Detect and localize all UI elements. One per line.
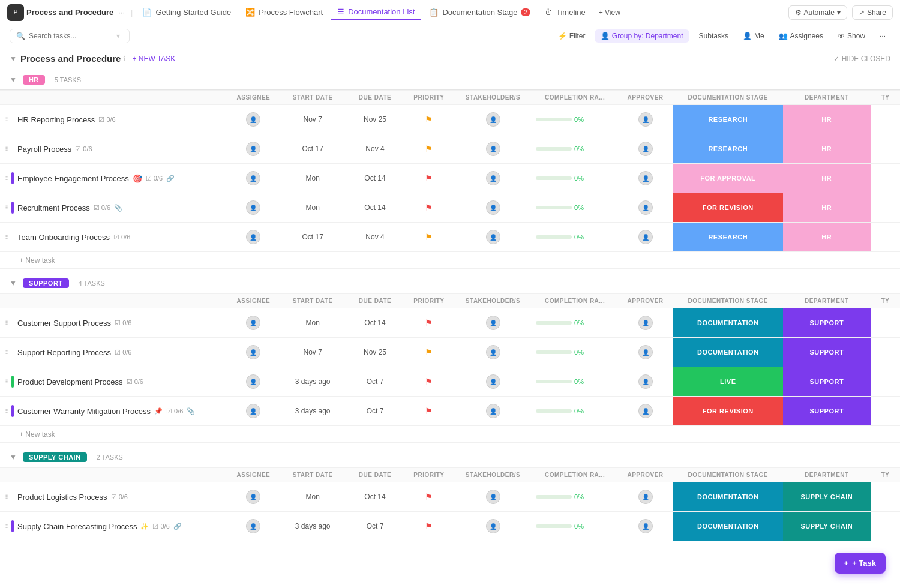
approver-avatar[interactable]: 👤 <box>638 200 653 215</box>
approver-avatar[interactable]: 👤 <box>638 519 653 533</box>
task-name[interactable]: Employee Engagement Process <box>17 174 129 183</box>
task-name[interactable]: Customer Warranty Mitigation Process <box>17 407 151 416</box>
stakeholder-avatar[interactable]: 👤 <box>486 490 500 504</box>
avatar[interactable]: 👤 <box>246 112 260 127</box>
stakeholder-avatar[interactable]: 👤 <box>486 200 500 215</box>
doc-stage-cell[interactable]: RESEARCH <box>673 223 782 251</box>
approver-avatar[interactable]: 👤 <box>638 112 653 127</box>
dept-cell[interactable]: SUPPLY CHAIN <box>783 482 871 511</box>
show-button[interactable]: 👁 Show <box>833 29 870 43</box>
automate-button[interactable]: ⚙ Automate ▾ <box>788 5 847 20</box>
doc-stage-cell[interactable]: FOR APPROVAL <box>673 164 782 193</box>
task-name[interactable]: Payroll Process <box>17 145 71 154</box>
more-toolbar-icon[interactable]: ··· <box>875 29 890 43</box>
task-name[interactable]: HR Reporting Process <box>17 115 95 124</box>
task-name[interactable]: Support Reporting Process <box>17 348 111 357</box>
doc-stage-cell[interactable]: RESEARCH <box>673 105 782 134</box>
doc-stage-cell[interactable]: FOR REVISION <box>673 193 782 222</box>
approver-avatar[interactable]: 👤 <box>638 345 653 359</box>
group-hr-header-row[interactable]: ▼ HR 5 TASKS <box>0 70 900 91</box>
stakeholder-avatar[interactable]: 👤 <box>486 345 500 359</box>
dept-cell[interactable]: HR <box>783 134 871 163</box>
search-input[interactable] <box>29 32 113 40</box>
group-collapse-icon[interactable]: ▼ <box>10 453 17 461</box>
group-by-button[interactable]: 👤 Group by: Department <box>595 29 689 43</box>
dept-cell[interactable]: SUPPORT <box>783 338 871 367</box>
group-collapse-icon[interactable]: ▼ <box>10 76 17 84</box>
avatar[interactable]: 👤 <box>246 345 260 359</box>
drag-handle[interactable]: ⠿ <box>5 234 8 241</box>
drag-handle[interactable]: ⠿ <box>5 175 8 182</box>
approver-avatar[interactable]: 👤 <box>638 404 653 418</box>
drag-handle[interactable]: ⠿ <box>5 494 8 500</box>
tab-timeline[interactable]: ⏱ Timeline <box>539 5 592 19</box>
group-collapse-icon[interactable]: ▼ <box>10 279 17 287</box>
task-name[interactable]: Supply Chain Forecasting Process <box>17 522 137 531</box>
drag-handle[interactable]: ⠿ <box>5 379 8 385</box>
drag-handle[interactable]: ⠿ <box>5 205 8 211</box>
dept-cell[interactable]: SUPPLY CHAIN <box>783 512 871 541</box>
task-name[interactable]: Customer Support Process <box>17 319 111 328</box>
tab-documentation-list[interactable]: ☰ Documentation List <box>331 5 421 20</box>
approver-avatar[interactable]: 👤 <box>638 230 653 244</box>
new-task-button-support[interactable]: + New task <box>19 430 55 439</box>
dept-cell[interactable]: SUPPORT <box>783 397 871 425</box>
stakeholder-avatar[interactable]: 👤 <box>486 316 500 330</box>
dept-cell[interactable]: HR <box>783 105 871 134</box>
group-supply-header-row[interactable]: ▼ SUPPLY CHAIN 2 TASKS <box>0 443 900 468</box>
task-name[interactable]: Team Onboarding Process <box>17 233 110 242</box>
info-icon[interactable]: ℹ <box>123 55 126 63</box>
stakeholder-avatar[interactable]: 👤 <box>486 230 500 244</box>
doc-stage-cell[interactable]: DOCUMENTATION <box>673 308 782 337</box>
avatar[interactable]: 👤 <box>246 200 260 215</box>
hide-closed-button[interactable]: ✓ HIDE CLOSED <box>833 55 890 63</box>
approver-avatar[interactable]: 👤 <box>638 316 653 330</box>
me-button[interactable]: 👤 Me <box>738 29 769 43</box>
avatar[interactable]: 👤 <box>246 404 260 418</box>
collapse-icon[interactable]: ▼ <box>10 55 17 63</box>
task-name[interactable]: Product Development Process <box>17 377 123 386</box>
drag-handle[interactable]: ⠿ <box>5 408 8 415</box>
dept-cell[interactable]: HR <box>783 223 871 251</box>
more-options-icon[interactable]: ··· <box>118 8 125 17</box>
doc-stage-cell[interactable]: DOCUMENTATION <box>673 482 782 511</box>
group-support-header-row[interactable]: ▼ SUPPORT 4 TASKS <box>0 269 900 294</box>
doc-stage-cell[interactable]: LIVE <box>673 367 782 396</box>
approver-avatar[interactable]: 👤 <box>638 374 653 389</box>
dept-cell[interactable]: SUPPORT <box>783 308 871 337</box>
subtasks-button[interactable]: Subtasks <box>694 29 733 43</box>
doc-stage-cell[interactable]: DOCUMENTATION <box>673 512 782 541</box>
add-view-button[interactable]: + View <box>594 6 625 19</box>
new-task-header-button[interactable]: + NEW TASK <box>132 55 175 63</box>
stakeholder-avatar[interactable]: 👤 <box>486 519 500 533</box>
drag-handle[interactable]: ⠿ <box>5 116 8 123</box>
dept-cell[interactable]: HR <box>783 164 871 193</box>
approver-avatar[interactable]: 👤 <box>638 490 653 504</box>
approver-avatar[interactable]: 👤 <box>638 171 653 185</box>
task-name[interactable]: Recruitment Process <box>17 203 90 212</box>
doc-stage-cell[interactable]: FOR REVISION <box>673 397 782 425</box>
stakeholder-avatar[interactable]: 👤 <box>486 404 500 418</box>
tab-getting-started[interactable]: 📄 Getting Started Guide <box>136 5 237 19</box>
drag-handle[interactable]: ⠿ <box>5 320 8 326</box>
search-box[interactable]: 🔍 ▾ <box>10 29 130 43</box>
avatar[interactable]: 👤 <box>246 142 260 156</box>
drag-handle[interactable]: ⠿ <box>5 349 8 356</box>
avatar[interactable]: 👤 <box>246 374 260 389</box>
task-name[interactable]: Product Logistics Process <box>17 493 107 502</box>
stakeholder-avatar[interactable]: 👤 <box>486 171 500 185</box>
avatar[interactable]: 👤 <box>246 316 260 330</box>
dept-cell[interactable]: SUPPORT <box>783 367 871 396</box>
tab-process-flowchart[interactable]: 🔀 Process Flowchart <box>239 5 329 19</box>
assignees-button[interactable]: 👥 Assignees <box>774 29 828 43</box>
tab-documentation-stage[interactable]: 📋 Documentation Stage 2 <box>423 5 536 19</box>
stakeholder-avatar[interactable]: 👤 <box>486 142 500 156</box>
dept-cell[interactable]: HR <box>783 193 871 222</box>
avatar[interactable]: 👤 <box>246 490 260 504</box>
approver-avatar[interactable]: 👤 <box>638 142 653 156</box>
avatar[interactable]: 👤 <box>246 171 260 185</box>
avatar[interactable]: 👤 <box>246 230 260 244</box>
drag-handle[interactable]: ⠿ <box>5 523 8 530</box>
stakeholder-avatar[interactable]: 👤 <box>486 112 500 127</box>
new-task-button-hr[interactable]: + New task <box>19 256 55 265</box>
